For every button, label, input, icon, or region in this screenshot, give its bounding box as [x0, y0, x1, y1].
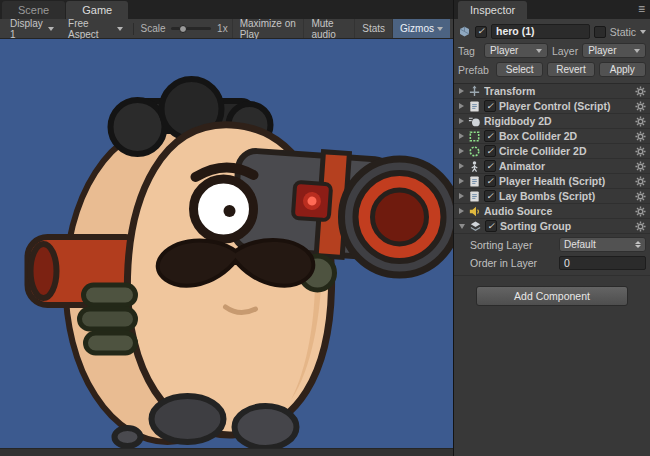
prefab-apply-button[interactable]: Apply: [599, 62, 646, 77]
tab-scene[interactable]: Scene: [2, 1, 65, 19]
display-dropdown[interactable]: Display 1: [3, 19, 61, 38]
component-box-collider-2d[interactable]: ✓ Box Collider 2D: [454, 129, 650, 144]
component-animator[interactable]: ✓ Animator: [454, 159, 650, 174]
enabled-checkbox[interactable]: ✓: [485, 220, 497, 232]
foldout-icon[interactable]: [459, 193, 464, 199]
gear-icon[interactable]: [635, 191, 646, 202]
stats-button[interactable]: Stats: [354, 19, 392, 38]
tab-inspector[interactable]: Inspector: [458, 1, 527, 19]
box-collider-2d-icon: [468, 130, 481, 143]
tag-layer-row: Tag Player Layer Player: [458, 42, 646, 59]
transform-icon: [468, 85, 481, 98]
slider-track: [171, 27, 211, 30]
gear-icon[interactable]: [635, 131, 646, 142]
rigidbody-2d-icon: [468, 115, 481, 128]
chevron-down-icon: [48, 27, 54, 31]
foldout-icon[interactable]: [459, 178, 464, 184]
order-in-layer-row: Order in Layer 0: [470, 255, 646, 270]
prefab-label: Prefab: [458, 64, 492, 76]
checkmark: ✓: [477, 27, 485, 36]
component-audio-source[interactable]: Audio Source: [454, 204, 650, 219]
foldout-icon[interactable]: [459, 148, 464, 154]
mute-audio-label: Mute audio: [311, 18, 347, 40]
enabled-checkbox[interactable]: ✓: [484, 175, 496, 187]
stats-label: Stats: [362, 23, 385, 34]
maximize-on-play-button[interactable]: Maximize on Play: [232, 19, 304, 38]
gear-icon[interactable]: [635, 86, 646, 97]
sorting-layer-dropdown[interactable]: Default: [559, 237, 646, 252]
prefab-select-button[interactable]: Select: [496, 62, 543, 77]
game-view-toolbar: Display 1 Free Aspect Scale 1x Maximize …: [0, 19, 453, 39]
component-player-control[interactable]: ✓ Player Control (Script): [454, 99, 650, 114]
sorting-layer-value: Default: [564, 239, 596, 250]
scale-slider[interactable]: [171, 19, 211, 38]
enabled-checkbox[interactable]: ✓: [484, 145, 496, 157]
component-player-health[interactable]: ✓ Player Health (Script): [454, 174, 650, 189]
panel-menu-icon[interactable]: ≡: [638, 3, 645, 15]
component-transform[interactable]: Transform: [454, 84, 650, 99]
toolbar-divider: [133, 23, 134, 35]
static-label: Static: [610, 26, 636, 38]
checkmark: ✓: [486, 192, 494, 201]
enabled-checkbox[interactable]: ✓: [484, 130, 496, 142]
component-sorting-group[interactable]: ✓ Sorting Group: [454, 219, 650, 234]
tag-label: Tag: [458, 45, 480, 57]
tab-game[interactable]: Game: [66, 1, 128, 19]
prefab-revert-button[interactable]: Revert: [547, 62, 594, 77]
audio-source-icon: [468, 205, 481, 218]
foldout-icon[interactable]: [459, 133, 464, 139]
static-dropdown-arrow[interactable]: [640, 30, 646, 34]
tag-value: Player: [490, 45, 518, 56]
gear-icon[interactable]: [635, 116, 646, 127]
foldout-icon[interactable]: [459, 163, 464, 169]
foldout-icon[interactable]: [459, 208, 464, 214]
inspector-tabstrip: Inspector ≡: [454, 0, 650, 19]
active-checkbox[interactable]: ✓: [475, 26, 487, 38]
gear-icon[interactable]: [635, 146, 646, 157]
checkmark: ✓: [486, 132, 494, 141]
game-viewport[interactable]: [0, 39, 453, 448]
gear-icon[interactable]: [635, 101, 646, 112]
enabled-checkbox[interactable]: ✓: [484, 160, 496, 172]
enabled-checkbox[interactable]: ✓: [484, 100, 496, 112]
foldout-icon[interactable]: [459, 88, 464, 94]
sorting-group-icon: [469, 220, 482, 233]
sorting-layer-label: Sorting Layer: [470, 239, 556, 251]
component-lay-bombs[interactable]: ✓ Lay Bombs (Script): [454, 189, 650, 204]
foldout-icon[interactable]: [459, 103, 464, 109]
name-field[interactable]: hero (1): [491, 24, 590, 39]
gear-icon[interactable]: [635, 221, 646, 232]
bazooka-muzzle: [342, 159, 454, 275]
inspector-panel: Inspector ≡ ✓ hero (1) Static Tag: [454, 0, 650, 456]
gear-icon[interactable]: [635, 176, 646, 187]
checkmark: ✓: [486, 102, 494, 111]
gear-icon[interactable]: [635, 161, 646, 172]
mute-audio-button[interactable]: Mute audio: [303, 19, 354, 38]
toolbar-right-group: Maximize on Play Mute audio Stats Gizmos: [232, 19, 450, 38]
slider-knob[interactable]: [179, 25, 187, 33]
aspect-dropdown[interactable]: Free Aspect: [61, 19, 130, 38]
tag-dropdown[interactable]: Player: [484, 43, 548, 58]
foldout-icon[interactable]: [459, 118, 464, 124]
component-list: Transform ✓ Player Control (Script): [454, 84, 650, 276]
scale-label: Scale: [136, 23, 169, 34]
layer-dropdown[interactable]: Player: [582, 43, 646, 58]
gizmos-dropdown[interactable]: Gizmos: [392, 19, 450, 38]
scale-value: 1x: [213, 23, 232, 34]
maximize-on-play-label: Maximize on Play: [240, 18, 297, 40]
foldout-icon[interactable]: [459, 224, 465, 229]
sorting-group-body: Sorting Layer Default Order in Layer 0: [454, 234, 650, 276]
sorting-layer-row: Sorting Layer Default: [470, 237, 646, 252]
gameobject-icon: [458, 25, 471, 38]
static-checkbox[interactable]: [594, 26, 606, 38]
component-circle-collider-2d[interactable]: ✓ Circle Collider 2D: [454, 144, 650, 159]
checkmark: ✓: [486, 177, 494, 186]
order-in-layer-field[interactable]: 0: [559, 256, 646, 270]
enum-arrows-icon: [635, 241, 641, 248]
chevron-down-icon: [634, 49, 640, 53]
enabled-checkbox[interactable]: ✓: [484, 190, 496, 202]
gear-icon[interactable]: [635, 206, 646, 217]
component-rigidbody-2d[interactable]: Rigidbody 2D: [454, 114, 650, 129]
add-component-button[interactable]: Add Component: [476, 286, 628, 306]
game-character-illustration: [0, 39, 453, 448]
